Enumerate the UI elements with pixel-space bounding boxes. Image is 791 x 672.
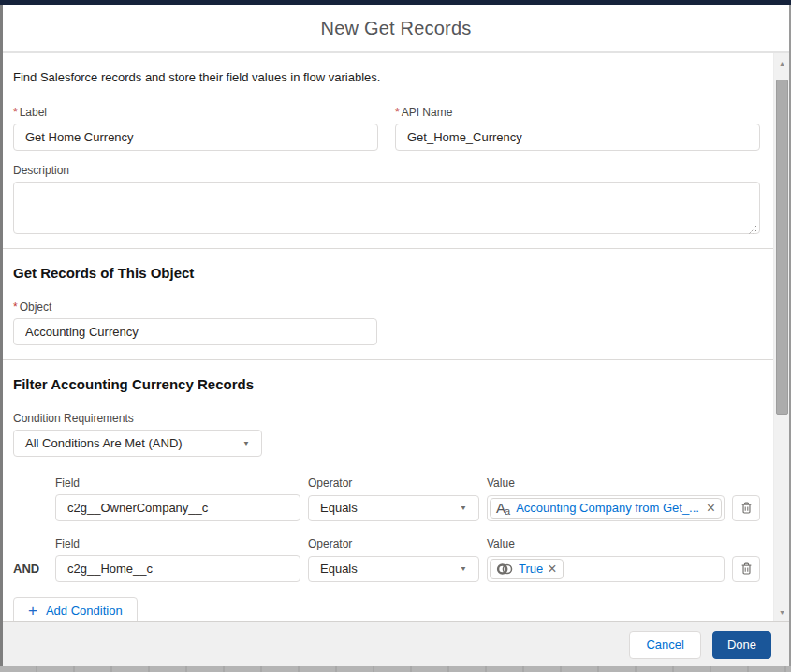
chevron-down-icon: ▼ (242, 440, 250, 447)
scrollbar-thumb[interactable] (776, 80, 788, 415)
label-field-label: *Label (13, 106, 378, 119)
row-connector-and: AND (13, 562, 48, 576)
filter-row-2: AND Equals ▼ True × (13, 555, 760, 582)
scroll-up-icon[interactable]: ▲ (774, 55, 789, 70)
modal-body: Find Salesforce records and store their … (3, 53, 789, 621)
modal-title: New Get Records (321, 18, 472, 39)
description-field-label: Description (13, 164, 760, 177)
filter-operator-select-2[interactable]: Equals ▼ (308, 556, 479, 582)
chevron-down-icon: ▼ (460, 565, 467, 573)
label-field-group: *Label (13, 106, 378, 151)
modal-header: New Get Records (3, 5, 789, 53)
add-condition-label: Add Condition (46, 604, 123, 618)
modal-footer: Cancel Done (3, 621, 789, 666)
background-canvas-edge (0, 666, 791, 672)
api-name-input[interactable] (395, 124, 760, 151)
condition-requirements-group: Condition Requirements All Conditions Ar… (13, 412, 760, 457)
filter-row-1: Equals ▼ Aa Accounting Company from Get_… (13, 494, 760, 521)
filter-row-2-labels: Field Operator Value (13, 537, 760, 550)
plus-icon: + (28, 603, 37, 619)
section-divider (3, 248, 773, 249)
scroll-down-icon[interactable]: ▼ (774, 605, 789, 620)
value-column-label: Value (487, 537, 725, 550)
filter-value-combobox-2[interactable]: True × (487, 556, 725, 582)
remove-value-icon[interactable]: × (707, 501, 715, 516)
intro-text: Find Salesforce records and store their … (13, 53, 760, 84)
filter-section-heading: Filter Accounting Currency Records (13, 376, 760, 392)
description-textarea[interactable] (13, 182, 760, 234)
modal-content: Find Salesforce records and store their … (3, 53, 789, 621)
value-pill-text: True (519, 562, 543, 576)
delete-condition-button-2[interactable] (732, 556, 760, 582)
required-asterisk: * (395, 106, 400, 119)
field-column-label: Field (55, 537, 300, 550)
screen: New Get Records Find Salesforce records … (0, 0, 791, 672)
condition-requirements-label: Condition Requirements (13, 412, 760, 425)
required-asterisk: * (13, 300, 18, 314)
object-section-heading: Get Records of This Object (13, 265, 760, 281)
done-button[interactable]: Done (712, 631, 771, 659)
filter-operator-select-1[interactable]: Equals ▼ (308, 495, 479, 521)
label-input[interactable] (13, 124, 378, 151)
filter-row-1-labels: Field Operator Value (13, 476, 760, 489)
value-pill-text: Accounting Company from Get_... (516, 501, 699, 515)
required-asterisk: * (13, 106, 18, 119)
label-api-row: *Label *API Name (13, 106, 760, 151)
add-condition-button[interactable]: + Add Condition (13, 597, 138, 621)
value-column-label: Value (487, 476, 725, 489)
chevron-down-icon: ▼ (460, 504, 467, 512)
operator-column-label: Operator (308, 537, 479, 550)
filter-field-input-1[interactable] (55, 494, 300, 521)
value-pill-boolean[interactable]: True × (490, 559, 564, 579)
boolean-type-icon (496, 562, 514, 576)
description-field-group: Description (13, 164, 760, 234)
api-name-field-label: *API Name (395, 106, 760, 119)
cancel-button[interactable]: Cancel (629, 631, 700, 659)
section-divider (3, 359, 773, 360)
object-input[interactable] (13, 318, 377, 345)
field-column-label: Field (55, 476, 300, 489)
new-get-records-modal: New Get Records Find Salesforce records … (3, 5, 789, 666)
condition-requirements-select[interactable]: All Conditions Are Met (AND) ▼ (13, 430, 262, 457)
object-field-group: *Object (13, 300, 377, 345)
trash-icon (740, 562, 754, 576)
filter-field-input-2[interactable] (55, 555, 300, 582)
filter-value-combobox-1[interactable]: Aa Accounting Company from Get_... × (487, 495, 725, 521)
object-field-label: *Object (13, 300, 377, 314)
api-name-field-group: *API Name (395, 106, 760, 151)
value-pill-reference[interactable]: Aa Accounting Company from Get_... × (490, 498, 722, 519)
remove-value-icon[interactable]: × (548, 562, 556, 577)
resize-handle-icon[interactable] (748, 222, 757, 231)
trash-icon (740, 501, 754, 515)
text-type-icon: Aa (496, 501, 511, 516)
delete-condition-button-1[interactable] (732, 495, 760, 521)
vertical-scrollbar[interactable]: ▲ ▼ (773, 53, 789, 621)
condition-requirements-value: All Conditions Are Met (AND) (25, 436, 183, 450)
operator-column-label: Operator (308, 476, 479, 489)
